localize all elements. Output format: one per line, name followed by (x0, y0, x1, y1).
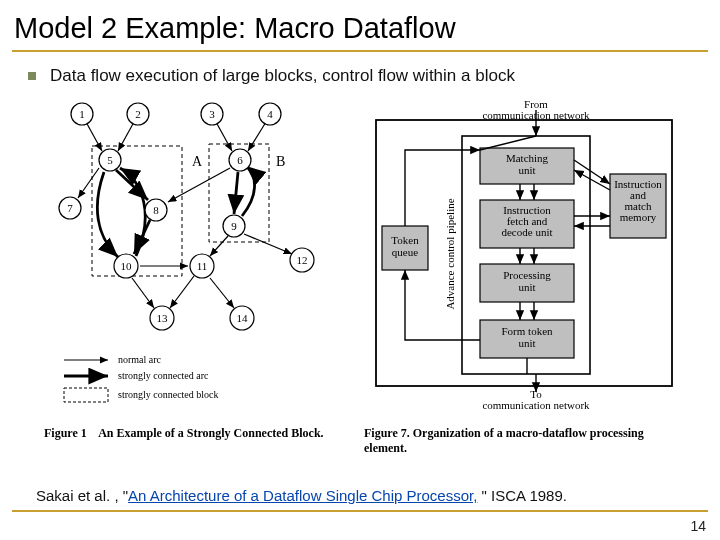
arc-10-13 (132, 278, 154, 308)
svg-text:1: 1 (79, 108, 85, 120)
svg-text:strongly connected arc: strongly connected arc (118, 370, 209, 381)
figure-1: A B (44, 96, 334, 441)
node-11: 11 (190, 254, 214, 278)
citation-link: An Architecture of a Dataflow Single Chi… (128, 487, 477, 504)
figures: A B (0, 96, 720, 456)
page-number: 14 (690, 518, 706, 534)
node-9: 9 (223, 215, 245, 237)
svg-text:strongly connected block: strongly connected block (118, 389, 219, 400)
bullet-icon (28, 72, 36, 80)
svg-text:12: 12 (297, 254, 308, 266)
node-10: 10 (114, 254, 138, 278)
node-7: 7 (59, 197, 81, 219)
footer-rule (12, 510, 708, 512)
figure-7-caption: Figure 7. Organization of a macro-datafl… (364, 426, 684, 456)
node-2: 2 (127, 103, 149, 125)
node-3: 3 (201, 103, 223, 125)
graph-svg: A B (44, 96, 334, 416)
arc-11-14 (210, 278, 234, 308)
arc-9-6-strong (242, 166, 255, 216)
svg-text:5: 5 (107, 154, 113, 166)
svg-text:2: 2 (135, 108, 141, 120)
arc-9-11 (210, 236, 228, 256)
svg-text:8: 8 (153, 204, 159, 216)
node-4: 4 (259, 103, 281, 125)
fetch-decode-label: Instructionfetch anddecode unit (501, 204, 552, 238)
title-rule (12, 50, 708, 52)
svg-text:14: 14 (237, 312, 249, 324)
svg-text:9: 9 (231, 220, 237, 232)
figure-7-label: Figure 7. (364, 426, 410, 440)
arc-6-9-strong (234, 172, 238, 214)
arc-9-12 (244, 234, 292, 254)
token-queue-label: Tokenqueue (391, 234, 419, 258)
svg-text:10: 10 (121, 260, 133, 272)
node-1: 1 (71, 103, 93, 125)
node-13: 13 (150, 306, 174, 330)
arc-1-5 (86, 122, 102, 151)
node-6: 6 (229, 149, 251, 171)
citation-post: " ISCA 1989. (477, 487, 567, 504)
node-5: 5 (99, 149, 121, 171)
legend: normal arc strongly connected arc strong… (64, 354, 219, 402)
region-a-label: A (192, 154, 203, 169)
svg-text:3: 3 (209, 108, 215, 120)
svg-text:6: 6 (237, 154, 243, 166)
node-8: 8 (145, 199, 167, 221)
page-title: Model 2 Example: Macro Dataflow (0, 0, 720, 50)
block-diagram-svg: Fromcommunication network Tocommunicatio… (364, 96, 684, 416)
figure-7: Fromcommunication network Tocommunicatio… (364, 96, 684, 456)
svg-text:13: 13 (157, 312, 169, 324)
region-b-label: B (276, 154, 285, 169)
arc-11-13 (170, 276, 194, 308)
svg-text:7: 7 (67, 202, 73, 214)
arc-5-10-strong (97, 172, 118, 257)
arc-6-8 (168, 168, 230, 202)
arc-3-6 (216, 122, 232, 151)
svg-text:normal arc: normal arc (118, 354, 162, 365)
citation-pre: Sakai et al. , " (36, 487, 128, 504)
advance-control-label: Advance control pipeline (444, 198, 456, 309)
citation: Sakai et al. , "An Architecture of a Dat… (36, 487, 684, 504)
figure-1-caption-text: An Example of a Strongly Connected Block… (98, 426, 323, 440)
node-12: 12 (290, 248, 314, 272)
svg-rect-32 (64, 388, 108, 402)
svg-text:11: 11 (197, 260, 208, 272)
arc-4-6 (248, 122, 266, 151)
figure-1-label: Figure 1 (44, 426, 87, 440)
arc-10-5-strong (120, 168, 145, 256)
figure-1-caption: Figure 1 An Example of a Strongly Connec… (44, 426, 334, 441)
bullet-row: Data flow execution of large blocks, con… (28, 66, 720, 86)
arc-2-5 (118, 122, 134, 151)
svg-text:4: 4 (267, 108, 273, 120)
node-14: 14 (230, 306, 254, 330)
arc-5-7 (78, 168, 99, 198)
bullet-text: Data flow execution of large blocks, con… (50, 66, 515, 86)
